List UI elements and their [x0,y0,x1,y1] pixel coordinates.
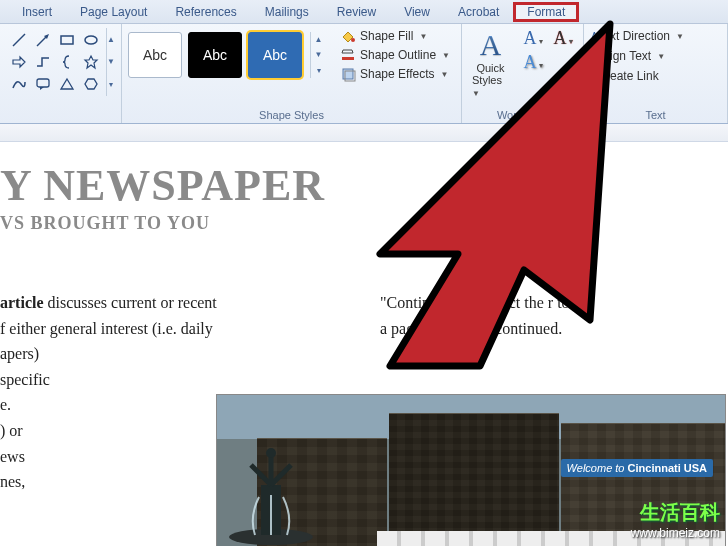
shape-fill-button[interactable]: Shape Fill ▼ [340,28,450,44]
shape-style-preset-2[interactable]: Abc [188,32,242,78]
align-text-icon [590,48,606,64]
svg-marker-5 [13,57,25,67]
shape-style-preset-1[interactable]: Abc [128,32,182,78]
dropdown-icon: ▼ [441,70,449,79]
text-effects-button[interactable]: A▾ [519,52,547,74]
svg-point-4 [85,36,97,44]
text: apers) [0,341,260,367]
group-text: A xt Direction▼ ign Text▼ eate Link Text [584,24,728,123]
star-icon [80,52,102,72]
rect-icon [56,30,78,50]
doc-subtitle: VS BROUGHT TO YOU [0,213,728,234]
chevron-down-icon: ▼ [311,50,326,59]
text-fill-button[interactable]: A▾ [519,28,547,50]
ribbon-tab-strip: Insert Page Layout References Mailings R… [0,0,728,24]
dropdown-icon: ▼ [472,89,480,98]
shape-effects-button[interactable]: Shape Effects ▼ [340,66,450,82]
shape-fill-label: Shape Fill [360,29,413,43]
shape-outline-button[interactable]: Shape Outline ▼ [340,47,450,63]
photo-building [389,413,559,546]
connector-icon [32,52,54,72]
shapes-gallery-expand[interactable]: ▲ ▼ ▾ [106,28,115,96]
watermark: 生活百科 www.bimeiz.com [631,499,720,540]
dropdown-icon: ▼ [657,52,665,61]
svg-marker-10 [85,79,97,89]
brace-icon [56,52,78,72]
text: a page where th s continued. [380,316,660,342]
shape-styles-expand[interactable]: ▲ ▼ ▾ [310,32,326,78]
dropdown-icon: ▼ [676,32,684,41]
ribbon-body: ▲ ▼ ▾ Abc Abc Abc ▲ ▼ ▾ Shape Fill ▼ [0,24,728,124]
text: f either general interest (i.e. daily [0,316,260,342]
tab-insert[interactable]: Insert [8,2,66,22]
text-outline-button[interactable]: A▾ [549,28,577,50]
text: specific [0,367,260,393]
svg-rect-12 [342,57,354,60]
styles-label: Styles [472,74,502,86]
chevron-down-icon: ▼ [107,57,115,66]
pencil-outline-icon [340,47,356,63]
tab-view[interactable]: View [390,2,444,22]
create-link-button[interactable]: eate Link [590,68,721,84]
shapes-gallery[interactable] [6,28,104,96]
arrow-icon [32,30,54,50]
svg-rect-7 [37,79,49,87]
text: "Continued on pa rect the r to [380,290,660,316]
shape-effects-label: Shape Effects [360,67,435,81]
text-direction-icon: A [590,28,606,44]
quick-label: Quick [476,62,504,74]
tab-page-layout[interactable]: Page Layout [66,2,161,22]
callout-icon [32,74,54,94]
tab-references[interactable]: References [161,2,250,22]
group-label-wordart: WordArt… [468,107,577,121]
svg-marker-8 [40,87,44,90]
tab-format[interactable]: Format [513,2,579,22]
svg-marker-9 [61,79,73,89]
text: discusses current or recent [44,294,217,311]
align-text-label: ign Text [610,49,651,63]
svg-marker-6 [85,56,97,68]
tab-mailings[interactable]: Mailings [251,2,323,22]
shape-style-preset-3-selected[interactable]: Abc [248,32,302,78]
dropdown-icon: ▼ [442,51,450,60]
fountain-icon [221,437,321,546]
triangle-icon [56,74,78,94]
group-label-text: Text [590,107,721,121]
svg-text:A: A [591,31,598,42]
text-direction-button[interactable]: A xt Direction▼ [590,28,721,44]
hexagon-icon [80,74,102,94]
create-link-label: eate Link [610,69,659,83]
group-label-shapes [6,107,115,121]
line-icon [8,30,30,50]
svg-point-21 [266,448,276,458]
svg-line-0 [13,34,25,46]
watermark-url: www.bimeiz.com [631,526,720,540]
curve-icon [8,74,30,94]
link-icon [590,68,606,84]
svg-point-11 [351,38,355,42]
text-direction-label: xt Direction [610,29,670,43]
article-word: article [0,294,44,311]
oval-icon [80,30,102,50]
doc-title: Y NEWSPAPER [0,160,728,211]
document-canvas[interactable]: Y NEWSPAPER VS BROUGHT TO YOU article di… [0,142,728,546]
photo-banner: Welcome to Cincinnati USA [561,459,713,477]
group-label-shape-styles: Shape Styles [128,107,455,121]
more-icon: ▾ [107,80,115,89]
paint-bucket-icon [340,28,356,44]
dropdown-icon: ▼ [419,32,427,41]
horizontal-ruler[interactable] [0,124,728,142]
effects-icon [340,66,356,82]
watermark-cn: 生活百科 [631,499,720,526]
chevron-up-icon: ▲ [107,35,115,44]
svg-rect-3 [61,36,73,44]
group-insert-shapes: ▲ ▼ ▾ [0,24,122,123]
quick-styles-button[interactable]: A Quick Styles ▼ [468,28,513,98]
align-text-button[interactable]: ign Text▼ [590,48,721,64]
tab-acrobat[interactable]: Acrobat [444,2,513,22]
more-icon: ▾ [311,66,326,75]
tab-review[interactable]: Review [323,2,390,22]
group-wordart-styles: A Quick Styles ▼ A▾ A▾ A▾ WordArt… [462,24,584,123]
chevron-up-icon: ▲ [311,35,326,44]
block-arrow-icon [8,52,30,72]
